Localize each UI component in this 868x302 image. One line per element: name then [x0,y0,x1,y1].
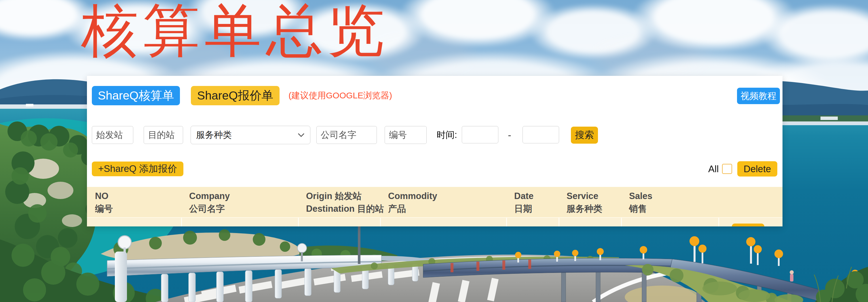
tab-accounting-sheet-label: ShareQ核算单 [98,88,174,104]
column-header-service: Service服务种类 [559,187,621,217]
origin-input[interactable] [92,126,133,144]
number-input[interactable] [384,126,427,144]
date-from-input[interactable] [462,126,498,143]
select-all-label: All [708,162,719,176]
chevron-down-icon [298,133,305,137]
service-type-selected-value: 服务种类 [196,129,232,141]
column-header-origin-destination: Origin 始发站Destination 目的站 [298,187,380,217]
browser-recommendation-note: (建议使用GOOGLE浏览器) [288,86,392,105]
delete-button[interactable]: Delete [737,161,777,176]
add-quote-button[interactable]: +ShareQ 添加报价 [92,162,183,176]
company-input[interactable] [316,126,377,144]
delete-button-label: Delete [744,164,771,174]
time-label: 时间: [437,126,457,144]
tab-quotation-sheet-label: ShareQ报价单 [197,88,273,104]
video-tutorial-button[interactable]: 视频教程 [737,88,780,104]
column-header-no: NO编号 [87,187,181,217]
search-button[interactable]: 搜索 [571,127,598,144]
page-title: 核算单总览 [81,0,389,70]
table-header: NO编号 Company公司名字 Origin 始发站Destination 目… [87,187,782,217]
column-header-commodity: Commodity产品 [380,187,506,217]
select-all-checkbox[interactable] [722,164,732,174]
date-to-input[interactable] [523,126,559,143]
main-panel: ShareQ核算单 ShareQ报价单 (建议使用GOOGLE浏览器) 视频教程… [87,76,782,226]
date-range-separator: - [504,126,515,144]
column-header-sales: Sales销售 [621,187,718,217]
service-type-select[interactable]: 服务种类 [191,126,310,144]
column-header-date: Date日期 [506,187,559,217]
video-tutorial-label: 视频教程 [741,90,776,102]
tab-quotation-sheet[interactable]: ShareQ报价单 [191,86,280,105]
column-header-actions [718,187,782,217]
tab-accounting-sheet[interactable]: ShareQ核算单 [92,86,180,105]
app-screen: 核算单总览 ShareQ核算单 ShareQ报价单 (建议使用GOOGLE浏览器… [0,0,868,302]
destination-input[interactable] [144,126,183,144]
column-header-company: Company公司名字 [181,187,298,217]
search-button-label: 搜索 [575,129,594,142]
row-action-button-partial[interactable] [732,223,764,226]
table-row [87,217,782,226]
add-quote-button-label: +ShareQ 添加报价 [98,162,177,175]
